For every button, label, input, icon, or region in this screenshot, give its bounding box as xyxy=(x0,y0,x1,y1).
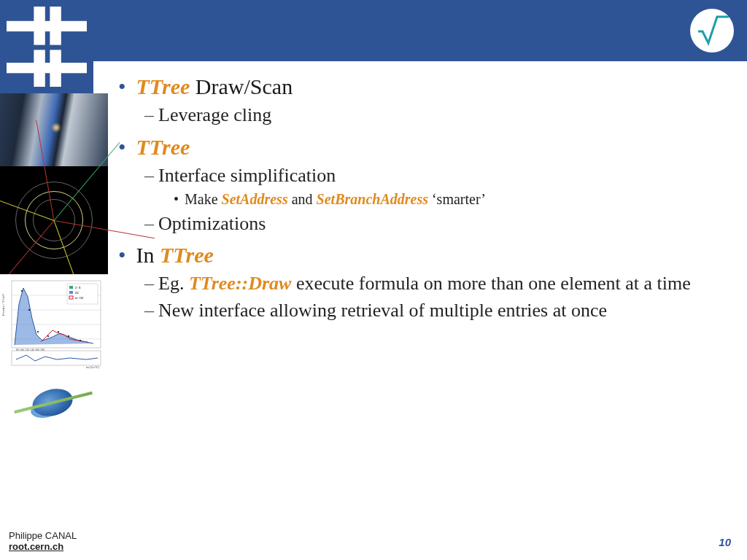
bullet-2: •TTree –Interface simplification •Make S… xyxy=(117,133,729,237)
slide: Events / 3 GeV m [GeV] 80 100 120 140 16… xyxy=(0,0,747,560)
svg-text:Events / 3 GeV: Events / 3 GeV xyxy=(1,293,5,316)
svg-text:ZZ: ZZ xyxy=(75,291,79,295)
bullet-1: •TTree Draw/Scan –Leverage cling xyxy=(117,73,729,129)
svg-text:m [GeV]: m [GeV] xyxy=(86,365,99,369)
svg-text:m=126: m=126 xyxy=(75,296,83,300)
sidebar-image-event-display xyxy=(0,166,108,274)
bullet-3-sub-2: –New interface allowing retrieval of mul… xyxy=(144,298,729,324)
slide-body: •TTree Draw/Scan –Leverage cling •TTree … xyxy=(117,73,729,516)
page-number: 10 xyxy=(719,536,731,548)
footer-author: Philippe CANAL xyxy=(9,531,77,542)
svg-rect-6 xyxy=(7,63,87,73)
svg-rect-25 xyxy=(69,286,73,289)
root-sqrt-icon xyxy=(695,14,729,47)
svg-point-19 xyxy=(80,340,81,341)
sidebar-image-detector-render xyxy=(0,369,108,436)
svg-rect-3 xyxy=(7,21,87,31)
bullet-1-sub-1: –Leverage cling xyxy=(144,102,729,128)
footer: Philippe CANAL root.cern.ch xyxy=(9,531,77,553)
bullet-1-text: Draw/Scan xyxy=(190,74,293,98)
bullet-2-sub-2: –Optimizations xyxy=(144,211,729,237)
fermilab-logo-icon xyxy=(7,7,87,87)
bullet-1-keyword: TTree xyxy=(136,74,190,98)
bullet-3-sub-1: –Eg. TTree::Draw execute formula on more… xyxy=(144,271,729,297)
fermilab-logo xyxy=(0,0,93,93)
footer-site: root.cern.ch xyxy=(9,542,77,553)
svg-point-17 xyxy=(58,331,59,332)
svg-rect-27 xyxy=(69,291,73,294)
sidebar-images: Events / 3 GeV m [GeV] 80 100 120 140 16… xyxy=(0,93,108,436)
svg-point-18 xyxy=(68,335,69,337)
svg-point-13 xyxy=(21,290,23,292)
bullet-3-keyword: TTree xyxy=(160,243,214,267)
svg-text:Z+X: Z+X xyxy=(75,286,81,289)
root-badge xyxy=(690,9,734,52)
header-bar xyxy=(0,0,747,61)
sidebar-image-histogram: Events / 3 GeV m [GeV] 80 100 120 140 16… xyxy=(0,274,108,369)
bullet-2-keyword: TTree xyxy=(136,135,190,159)
svg-rect-7 xyxy=(7,45,87,50)
svg-point-14 xyxy=(28,309,30,311)
bullet-2-subsub-1: •Make SetAddress and SetBranchAddress ‘s… xyxy=(174,191,729,208)
bullet-3: •In TTree –Eg. TTree::Draw execute formu… xyxy=(117,241,729,324)
bullet-2-sub-1: –Interface simplification xyxy=(144,163,729,189)
svg-point-16 xyxy=(47,335,49,337)
svg-text:80   100  120  140  160  180: 80 100 120 140 160 180 xyxy=(16,348,44,351)
sidebar-image-lhc-tunnel xyxy=(0,93,108,166)
svg-point-15 xyxy=(37,331,39,332)
svg-rect-20 xyxy=(12,351,101,365)
